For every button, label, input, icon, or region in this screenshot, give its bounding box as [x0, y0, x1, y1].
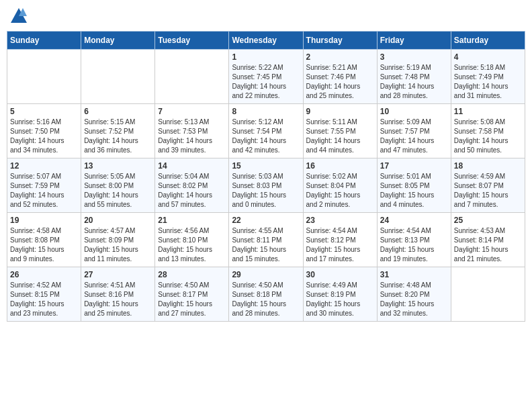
weekday-header-monday: Monday	[81, 32, 155, 50]
calendar-cell	[81, 50, 155, 104]
day-info: Sunrise: 5:04 AM Sunset: 8:02 PM Dayligh…	[158, 172, 226, 210]
day-number: 23	[306, 216, 374, 225]
day-number: 31	[380, 270, 448, 279]
day-info: Sunrise: 4:53 AM Sunset: 8:14 PM Dayligh…	[454, 226, 522, 264]
calendar-cell: 20Sunrise: 4:57 AM Sunset: 8:09 PM Dayli…	[81, 213, 155, 267]
day-info: Sunrise: 4:57 AM Sunset: 8:09 PM Dayligh…	[84, 226, 152, 264]
day-info: Sunrise: 4:55 AM Sunset: 8:11 PM Dayligh…	[232, 226, 300, 264]
calendar-cell: 26Sunrise: 4:52 AM Sunset: 8:15 PM Dayli…	[7, 267, 81, 322]
day-number: 4	[454, 52, 522, 62]
calendar-header: SundayMondayTuesdayWednesdayThursdayFrid…	[7, 32, 525, 50]
day-info: Sunrise: 4:50 AM Sunset: 8:17 PM Dayligh…	[158, 281, 226, 318]
day-number: 12	[10, 161, 78, 171]
calendar-week-2: 5Sunrise: 5:16 AM Sunset: 7:50 PM Daylig…	[7, 104, 525, 158]
calendar-cell: 4Sunrise: 5:18 AM Sunset: 7:49 PM Daylig…	[451, 50, 525, 104]
day-info: Sunrise: 4:54 AM Sunset: 8:12 PM Dayligh…	[306, 226, 374, 264]
day-info: Sunrise: 4:59 AM Sunset: 8:07 PM Dayligh…	[454, 172, 522, 210]
day-info: Sunrise: 5:13 AM Sunset: 7:53 PM Dayligh…	[158, 118, 226, 155]
day-number: 21	[158, 216, 226, 225]
day-info: Sunrise: 5:22 AM Sunset: 7:45 PM Dayligh…	[232, 63, 300, 101]
calendar-cell: 29Sunrise: 4:50 AM Sunset: 8:18 PM Dayli…	[229, 267, 303, 322]
day-number: 25	[454, 216, 522, 225]
calendar-cell: 31Sunrise: 4:48 AM Sunset: 8:20 PM Dayli…	[377, 267, 451, 322]
weekday-header-sunday: Sunday	[7, 32, 81, 50]
calendar-cell: 8Sunrise: 5:12 AM Sunset: 7:54 PM Daylig…	[229, 104, 303, 158]
day-number: 28	[158, 270, 226, 279]
calendar-cell: 12Sunrise: 5:07 AM Sunset: 7:59 PM Dayli…	[7, 158, 81, 213]
calendar-cell: 5Sunrise: 5:16 AM Sunset: 7:50 PM Daylig…	[7, 104, 81, 158]
day-number: 3	[380, 52, 448, 62]
day-number: 30	[306, 270, 374, 279]
calendar-cell	[155, 50, 229, 104]
calendar-cell: 10Sunrise: 5:09 AM Sunset: 7:57 PM Dayli…	[377, 104, 451, 158]
calendar-cell: 25Sunrise: 4:53 AM Sunset: 8:14 PM Dayli…	[451, 213, 525, 267]
day-info: Sunrise: 5:01 AM Sunset: 8:05 PM Dayligh…	[380, 172, 448, 210]
day-number: 7	[158, 107, 226, 116]
day-info: Sunrise: 5:16 AM Sunset: 7:50 PM Dayligh…	[10, 118, 78, 155]
logo-icon	[9, 7, 28, 26]
day-number: 11	[454, 107, 522, 116]
calendar-cell: 7Sunrise: 5:13 AM Sunset: 7:53 PM Daylig…	[155, 104, 229, 158]
calendar-cell: 9Sunrise: 5:11 AM Sunset: 7:55 PM Daylig…	[303, 104, 377, 158]
day-info: Sunrise: 4:50 AM Sunset: 8:18 PM Dayligh…	[232, 281, 300, 318]
day-info: Sunrise: 4:49 AM Sunset: 8:19 PM Dayligh…	[306, 281, 374, 318]
day-number: 19	[10, 216, 78, 225]
day-info: Sunrise: 5:07 AM Sunset: 7:59 PM Dayligh…	[10, 172, 78, 210]
weekday-header-thursday: Thursday	[303, 32, 377, 50]
day-number: 13	[84, 161, 152, 171]
calendar-cell: 14Sunrise: 5:04 AM Sunset: 8:02 PM Dayli…	[155, 158, 229, 213]
calendar-cell: 19Sunrise: 4:58 AM Sunset: 8:08 PM Dayli…	[7, 213, 81, 267]
calendar-cell: 18Sunrise: 4:59 AM Sunset: 8:07 PM Dayli…	[451, 158, 525, 213]
calendar-cell	[7, 50, 81, 104]
calendar-cell: 16Sunrise: 5:02 AM Sunset: 8:04 PM Dayli…	[303, 158, 377, 213]
day-info: Sunrise: 5:15 AM Sunset: 7:52 PM Dayligh…	[84, 118, 152, 155]
day-number: 5	[10, 107, 78, 116]
calendar-week-1: 1Sunrise: 5:22 AM Sunset: 7:45 PM Daylig…	[7, 50, 525, 104]
day-info: Sunrise: 5:21 AM Sunset: 7:46 PM Dayligh…	[306, 63, 374, 101]
calendar-cell: 6Sunrise: 5:15 AM Sunset: 7:52 PM Daylig…	[81, 104, 155, 158]
calendar-cell: 1Sunrise: 5:22 AM Sunset: 7:45 PM Daylig…	[229, 50, 303, 104]
day-number: 18	[454, 161, 522, 171]
day-info: Sunrise: 5:12 AM Sunset: 7:54 PM Dayligh…	[232, 118, 300, 155]
calendar-week-5: 26Sunrise: 4:52 AM Sunset: 8:15 PM Dayli…	[7, 267, 525, 322]
day-info: Sunrise: 5:08 AM Sunset: 7:58 PM Dayligh…	[454, 118, 522, 155]
calendar-cell: 27Sunrise: 4:51 AM Sunset: 8:16 PM Dayli…	[81, 267, 155, 322]
day-info: Sunrise: 4:58 AM Sunset: 8:08 PM Dayligh…	[10, 226, 78, 264]
day-info: Sunrise: 5:11 AM Sunset: 7:55 PM Dayligh…	[306, 118, 374, 155]
calendar-week-4: 19Sunrise: 4:58 AM Sunset: 8:08 PM Dayli…	[7, 213, 525, 267]
day-number: 17	[380, 161, 448, 171]
day-info: Sunrise: 5:03 AM Sunset: 8:03 PM Dayligh…	[232, 172, 300, 210]
day-number: 26	[10, 270, 78, 279]
calendar-cell: 22Sunrise: 4:55 AM Sunset: 8:11 PM Dayli…	[229, 213, 303, 267]
day-info: Sunrise: 4:56 AM Sunset: 8:10 PM Dayligh…	[158, 226, 226, 264]
weekday-header-wednesday: Wednesday	[229, 32, 303, 50]
day-info: Sunrise: 4:54 AM Sunset: 8:13 PM Dayligh…	[380, 226, 448, 264]
day-info: Sunrise: 5:05 AM Sunset: 8:00 PM Dayligh…	[84, 172, 152, 210]
day-number: 22	[232, 216, 300, 225]
day-number: 2	[306, 52, 374, 62]
day-number: 27	[84, 270, 152, 279]
calendar-cell: 3Sunrise: 5:19 AM Sunset: 7:48 PM Daylig…	[377, 50, 451, 104]
calendar-cell: 15Sunrise: 5:03 AM Sunset: 8:03 PM Dayli…	[229, 158, 303, 213]
day-info: Sunrise: 5:02 AM Sunset: 8:04 PM Dayligh…	[306, 172, 374, 210]
calendar-cell: 21Sunrise: 4:56 AM Sunset: 8:10 PM Dayli…	[155, 213, 229, 267]
page-header	[7, 7, 525, 26]
weekday-header-friday: Friday	[377, 32, 451, 50]
day-number: 8	[232, 107, 300, 116]
calendar-week-3: 12Sunrise: 5:07 AM Sunset: 7:59 PM Dayli…	[7, 158, 525, 213]
calendar-cell: 24Sunrise: 4:54 AM Sunset: 8:13 PM Dayli…	[377, 213, 451, 267]
day-number: 16	[306, 161, 374, 171]
logo	[9, 7, 31, 26]
day-info: Sunrise: 5:18 AM Sunset: 7:49 PM Dayligh…	[454, 63, 522, 101]
weekday-header-saturday: Saturday	[451, 32, 525, 50]
calendar-cell: 13Sunrise: 5:05 AM Sunset: 8:00 PM Dayli…	[81, 158, 155, 213]
calendar-cell	[451, 267, 525, 322]
day-number: 29	[232, 270, 300, 279]
day-number: 15	[232, 161, 300, 171]
calendar-table: SundayMondayTuesdayWednesdayThursdayFrid…	[7, 31, 525, 322]
calendar-cell: 11Sunrise: 5:08 AM Sunset: 7:58 PM Dayli…	[451, 104, 525, 158]
calendar-cell: 2Sunrise: 5:21 AM Sunset: 7:46 PM Daylig…	[303, 50, 377, 104]
day-info: Sunrise: 4:52 AM Sunset: 8:15 PM Dayligh…	[10, 281, 78, 318]
weekday-header-tuesday: Tuesday	[155, 32, 229, 50]
day-number: 20	[84, 216, 152, 225]
